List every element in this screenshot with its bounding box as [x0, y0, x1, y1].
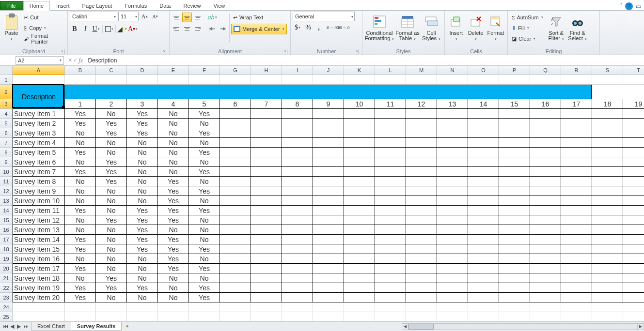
cell[interactable] [251, 177, 282, 186]
cell[interactable] [375, 244, 406, 254]
help-icon[interactable]: ? [625, 2, 633, 10]
cell[interactable] [344, 235, 375, 244]
column-header[interactable]: G [220, 66, 251, 75]
cell[interactable] [220, 196, 251, 206]
cell[interactable] [313, 177, 344, 186]
cell[interactable] [375, 312, 406, 321]
cell[interactable] [344, 186, 375, 196]
cell[interactable] [499, 283, 530, 293]
cell[interactable]: No [127, 264, 158, 273]
cell[interactable] [375, 215, 406, 225]
cell[interactable]: No [96, 293, 127, 302]
cell[interactable] [251, 148, 282, 157]
comma-button[interactable]: , [314, 23, 324, 32]
cell[interactable] [313, 119, 344, 128]
cell[interactable]: No [158, 283, 189, 293]
cell[interactable]: Survey Item 14 [13, 235, 65, 244]
cell[interactable] [437, 119, 468, 128]
cell[interactable] [313, 312, 344, 321]
cell[interactable] [251, 186, 282, 196]
cell[interactable]: No [158, 109, 189, 119]
cell[interactable] [530, 148, 561, 157]
cell[interactable] [406, 128, 437, 138]
row-header[interactable]: 1 [0, 75, 13, 85]
cell[interactable] [437, 264, 468, 273]
cell[interactable] [313, 138, 344, 148]
cell[interactable] [623, 177, 644, 186]
cell[interactable]: No [158, 293, 189, 302]
row-header[interactable]: 21 [0, 273, 13, 283]
paste-button[interactable]: Paste▾ [2, 12, 21, 44]
cell[interactable]: Yes [189, 128, 220, 138]
dialog-launcher-icon[interactable]: ↘ [60, 49, 64, 54]
cell[interactable] [623, 138, 644, 148]
cell[interactable] [344, 312, 375, 321]
cell[interactable]: Survey Item 10 [13, 196, 65, 206]
cell[interactable] [561, 264, 592, 273]
cell[interactable]: No [65, 196, 96, 206]
cell[interactable] [375, 293, 406, 302]
cell[interactable] [623, 167, 644, 177]
decrease-indent-button[interactable]: ⇤ [207, 24, 217, 33]
cell[interactable]: Yes [65, 109, 96, 119]
decrease-decimal-button[interactable]: .00→.0 [338, 23, 348, 32]
cell[interactable]: Survey Item 5 [13, 148, 65, 157]
cell[interactable] [65, 75, 96, 85]
cell[interactable] [344, 128, 375, 138]
tab-home[interactable]: Home [23, 1, 50, 11]
cell[interactable] [220, 75, 251, 85]
cell[interactable] [530, 119, 561, 128]
cell[interactable]: No [127, 196, 158, 206]
cell[interactable]: Survey Item 1 [13, 109, 65, 119]
cell[interactable]: Survey Item 17 [13, 264, 65, 273]
cell[interactable]: Survey Item 2 [13, 119, 65, 128]
cell[interactable] [530, 75, 561, 85]
cell[interactable] [158, 302, 189, 312]
cell[interactable] [499, 138, 530, 148]
column-header[interactable]: T [623, 66, 644, 75]
align-middle-button[interactable] [182, 13, 192, 22]
cell[interactable] [375, 138, 406, 148]
cell[interactable] [313, 206, 344, 215]
scroll-thumb[interactable] [408, 324, 434, 330]
cell[interactable] [437, 235, 468, 244]
cell[interactable] [530, 196, 561, 206]
cell[interactable] [592, 235, 623, 244]
cell[interactable]: No [158, 167, 189, 177]
cell[interactable]: Survey Item 12 [13, 215, 65, 225]
cell[interactable]: 15 [499, 99, 530, 109]
first-sheet-button[interactable]: ⏮ [2, 323, 9, 330]
cell[interactable]: No [189, 177, 220, 186]
cell[interactable]: Yes [65, 206, 96, 215]
align-left-button[interactable] [172, 24, 181, 33]
column-header[interactable]: I [282, 66, 313, 75]
cell[interactable]: Survey Item 9 [13, 186, 65, 196]
cell[interactable]: No [189, 225, 220, 235]
font-name-combo[interactable]: Calibri▾ [70, 12, 117, 21]
cell[interactable] [13, 312, 65, 321]
cell[interactable]: Yes [96, 157, 127, 167]
cell[interactable] [220, 215, 251, 225]
format-as-table-button[interactable]: Format as Table ▾ [395, 12, 420, 44]
cell[interactable]: No [158, 138, 189, 148]
cell[interactable]: Survey Results [13, 85, 592, 99]
tab-file[interactable]: File [0, 1, 23, 10]
cell[interactable] [344, 244, 375, 254]
cell[interactable] [251, 273, 282, 283]
cell[interactable]: Yes [127, 225, 158, 235]
cell[interactable] [251, 128, 282, 138]
cell[interactable] [344, 109, 375, 119]
cell[interactable]: 16 [530, 99, 561, 109]
column-header[interactable]: P [499, 66, 530, 75]
cell[interactable]: No [158, 128, 189, 138]
number-format-combo[interactable]: General▾ [293, 12, 355, 21]
cell[interactable] [499, 302, 530, 312]
name-box[interactable]: A2▾ [16, 56, 64, 65]
cell[interactable]: Survey Item 20 [13, 293, 65, 302]
cell[interactable] [220, 109, 251, 119]
row-header[interactable]: 22 [0, 283, 13, 293]
tab-insert[interactable]: Insert [50, 1, 76, 10]
cell[interactable]: Yes [189, 167, 220, 177]
increase-decimal-button[interactable]: .0→.00 [328, 23, 337, 32]
cell[interactable]: Yes [65, 283, 96, 293]
